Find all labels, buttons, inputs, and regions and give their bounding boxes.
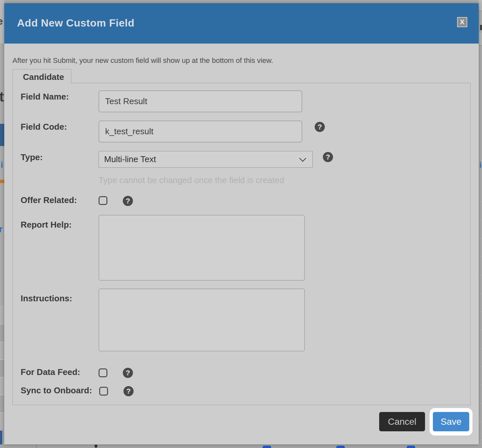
- field-code-help-icon[interactable]: ?: [315, 122, 325, 132]
- type-help-icon[interactable]: ?: [323, 152, 333, 162]
- save-button-highlight-ring: Save: [430, 408, 473, 436]
- background-page-fragment: [479, 33, 482, 46]
- background-page-fragment: [479, 0, 482, 11]
- save-button[interactable]: Save: [433, 412, 469, 431]
- background-blue-marker: [263, 446, 271, 448]
- background-link-fragment: r: [0, 224, 4, 235]
- field-name-label: Field Name:: [21, 92, 69, 102]
- chevron-down-icon: [299, 155, 306, 162]
- sync-to-onboard-help-icon[interactable]: ?: [123, 386, 134, 396]
- background-table-divider: [36, 444, 37, 448]
- offer-related-checkbox[interactable]: [99, 196, 107, 205]
- background-page-fragment: [0, 124, 4, 146]
- sync-to-onboard-label: Sync to Onboard:: [21, 385, 92, 396]
- background-table-rows: [479, 201, 482, 447]
- offer-related-label: Offer Related:: [21, 195, 77, 205]
- field-code-input[interactable]: [99, 121, 302, 142]
- type-hint-text: Type cannot be changed once the field is…: [99, 175, 284, 185]
- cancel-button[interactable]: Cancel: [379, 412, 425, 431]
- offer-related-help-icon[interactable]: ?: [123, 196, 133, 206]
- background-text-fragment: [95, 445, 97, 448]
- for-data-feed-checkbox[interactable]: [99, 368, 107, 377]
- sync-to-onboard-checkbox[interactable]: [99, 387, 108, 396]
- dialog-header: Add New Custom Field X: [4, 3, 479, 44]
- background-link-fragment: i: [479, 160, 482, 170]
- close-icon[interactable]: X: [457, 17, 467, 27]
- instructions-textarea[interactable]: [99, 289, 305, 351]
- instructions-label: Instructions:: [21, 293, 72, 304]
- background-accent-line: [0, 180, 4, 183]
- background-table-rows: [0, 306, 4, 430]
- background-link-fragment: i: [1, 160, 4, 171]
- dialog-intro-text: After you hit Submit, your new custom fi…: [12, 56, 273, 65]
- type-label: Type:: [21, 152, 43, 162]
- candidate-group-box: Candidate Field Name: Field Code: ? Type…: [12, 83, 471, 405]
- tab-candidate[interactable]: Candidate: [12, 69, 71, 84]
- for-data-feed-label: For Data Feed:: [21, 367, 80, 377]
- report-help-label: Report Help:: [21, 220, 72, 230]
- type-select-value: Multi-line Text: [104, 154, 156, 164]
- background-text-fragment: t: [0, 89, 4, 105]
- add-custom-field-dialog: Add New Custom Field X After you hit Sub…: [4, 3, 479, 444]
- background-blue-marker: [407, 446, 415, 448]
- dialog-title: Add New Custom Field: [17, 17, 134, 29]
- for-data-feed-help-icon[interactable]: ?: [123, 368, 133, 378]
- field-name-input[interactable]: [99, 90, 302, 112]
- background-page-fragment: [480, 25, 482, 30]
- report-help-textarea[interactable]: [99, 215, 305, 281]
- background-blue-marker: [336, 446, 345, 448]
- background-text-fragment: e: [0, 16, 3, 28]
- field-code-label: Field Code:: [21, 122, 67, 132]
- type-select[interactable]: Multi-line Text: [99, 151, 313, 168]
